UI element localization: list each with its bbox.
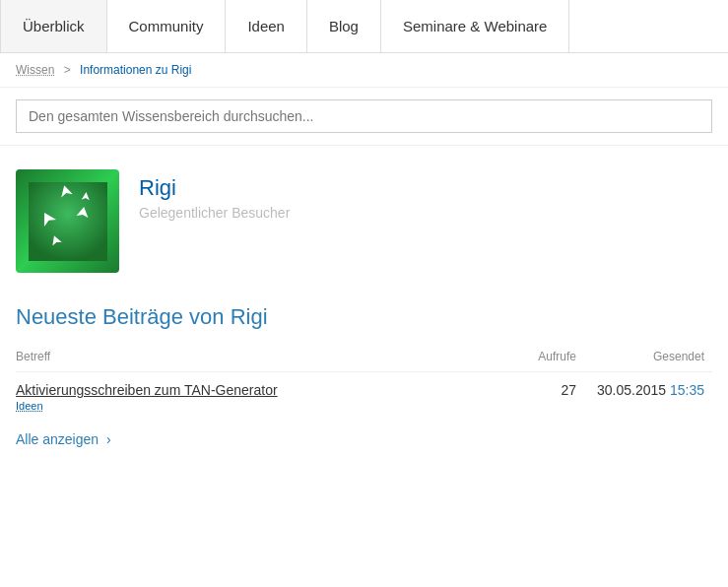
nav-item-ideen[interactable]: Ideen bbox=[226, 0, 307, 52]
post-views-cell: 27 bbox=[515, 372, 584, 417]
col-header-views: Aufrufe bbox=[515, 346, 584, 372]
table-row: Aktivierungsschreiben zum TAN-Generator … bbox=[16, 372, 712, 417]
svg-rect-0 bbox=[29, 182, 107, 261]
avatar-image bbox=[29, 182, 107, 261]
post-sent-date: 30.05.2015 bbox=[597, 382, 666, 398]
profile-name: Rigi bbox=[139, 175, 290, 201]
profile-role: Gelegentlicher Besucher bbox=[139, 205, 290, 221]
profile-section: Rigi Gelegentlicher Besucher bbox=[0, 146, 728, 289]
main-nav: Überblick Community Ideen Blog Seminare … bbox=[0, 0, 728, 53]
search-container bbox=[0, 88, 728, 146]
nav-item-seminare[interactable]: Seminare & Webinare bbox=[381, 0, 569, 52]
col-header-subject: Betreff bbox=[16, 346, 515, 372]
nav-item-ueberblick[interactable]: Überblick bbox=[0, 0, 107, 52]
posts-table: Betreff Aufrufe Gesendet Aktivierungssch… bbox=[16, 346, 712, 416]
breadcrumb-current[interactable]: Informationen zu Rigi bbox=[80, 63, 191, 77]
profile-info: Rigi Gelegentlicher Besucher bbox=[139, 169, 290, 221]
posts-section: Neueste Beiträge von Rigi Betreff Aufruf… bbox=[0, 289, 728, 416]
post-subject-cell: Aktivierungsschreiben zum TAN-Generator … bbox=[16, 372, 515, 417]
col-header-sent: Gesendet bbox=[584, 346, 712, 372]
breadcrumb-parent[interactable]: Wissen bbox=[16, 63, 54, 77]
breadcrumb: Wissen > Informationen zu Rigi bbox=[0, 53, 728, 88]
nav-item-blog[interactable]: Blog bbox=[307, 0, 381, 52]
post-sent-cell: 30.05.2015 15:35 bbox=[584, 372, 712, 417]
post-sent-time-val: 15:35 bbox=[670, 382, 704, 398]
nav-item-community[interactable]: Community bbox=[107, 0, 227, 52]
breadcrumb-separator: > bbox=[64, 63, 71, 77]
avatar bbox=[16, 169, 119, 273]
post-views-count: 27 bbox=[561, 382, 576, 398]
posts-title: Neueste Beiträge von Rigi bbox=[16, 304, 712, 330]
search-input[interactable] bbox=[16, 99, 712, 133]
show-all-label: Alle anzeigen bbox=[16, 431, 99, 447]
post-subject-link[interactable]: Aktivierungsschreiben zum TAN-Generator bbox=[16, 382, 278, 398]
show-all-link[interactable]: Alle anzeigen › bbox=[16, 431, 111, 447]
show-all-arrow: › bbox=[106, 431, 111, 447]
show-all-container: Alle anzeigen › bbox=[0, 416, 728, 463]
post-category[interactable]: Ideen bbox=[16, 400, 507, 412]
